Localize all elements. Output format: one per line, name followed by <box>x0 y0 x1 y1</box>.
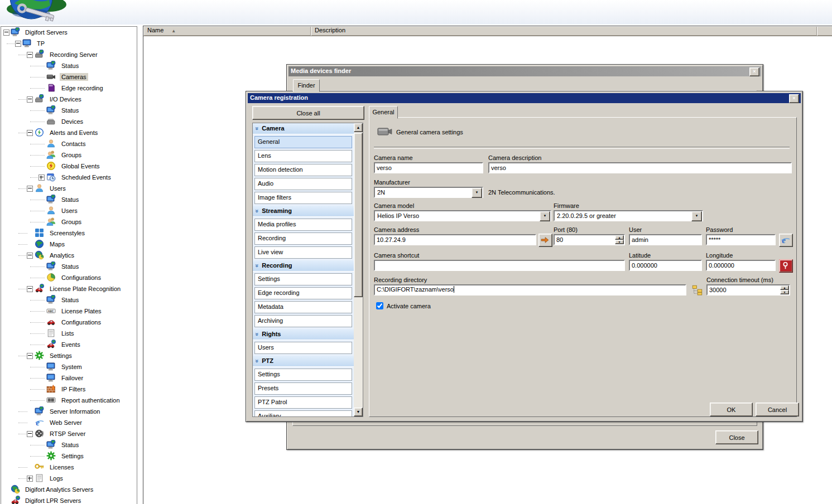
tab-finder[interactable]: Finder <box>293 79 320 92</box>
tree-expand-toggle[interactable] <box>3 30 9 36</box>
close-icon[interactable]: × <box>749 67 759 76</box>
tree-item[interactable]: Contacts <box>1 138 137 149</box>
tree-item[interactable]: Status <box>1 294 137 306</box>
tree-item[interactable]: Configurations <box>1 272 137 283</box>
tree-expand-toggle[interactable] <box>27 353 33 359</box>
settings-nav-item[interactable]: Media profiles <box>254 219 352 231</box>
settings-nav-item[interactable]: Auxiliary <box>254 410 352 416</box>
tree-item[interactable]: Groups <box>1 216 137 227</box>
tree-item[interactable]: Edge recording <box>1 83 137 94</box>
tree-expand-toggle[interactable] <box>27 52 33 58</box>
tree-item[interactable]: Events <box>1 339 137 350</box>
tree-item[interactable]: Digifort Analytics Servers <box>1 484 137 495</box>
camera-description-input[interactable] <box>488 162 792 173</box>
camera-shortcut-input[interactable] <box>374 260 625 271</box>
tree-item[interactable]: Digifort LPR Servers <box>1 495 137 504</box>
browse-directory-button[interactable] <box>692 285 703 295</box>
camera-model-select[interactable]: Helios IP Verso ▼ <box>374 210 551 221</box>
connection-timeout-stepper[interactable]: ▲▼ <box>706 284 790 295</box>
tree-item[interactable]: Scheduled Events <box>1 172 137 183</box>
tree-item[interactable]: Server Information <box>1 406 137 417</box>
longitude-input[interactable] <box>706 260 776 271</box>
tree-item[interactable]: Digifort Servers <box>1 27 137 38</box>
tree-expand-toggle[interactable] <box>15 41 21 47</box>
tree-item[interactable]: System <box>1 361 137 372</box>
tree-item[interactable]: License Plate Recognition <box>1 283 137 294</box>
tree-item[interactable]: TP <box>1 38 137 49</box>
settings-nav-item[interactable]: Streaming <box>253 206 354 217</box>
connection-timeout-input[interactable] <box>708 285 789 294</box>
tree-expand-toggle[interactable] <box>27 96 33 103</box>
settings-nav-item[interactable]: Presets <box>254 382 352 395</box>
tree-item[interactable]: Settings <box>1 350 137 361</box>
settings-nav-item[interactable]: Audio <box>254 178 352 190</box>
manufacturer-select[interactable]: 2N ▼ <box>374 187 483 198</box>
settings-nav-item[interactable]: Users <box>254 342 352 354</box>
recording-directory-input[interactable]: C:\DIGIFORT\zaznam\verso <box>374 284 686 295</box>
tree-expand-toggle[interactable] <box>27 186 33 192</box>
nav-scrollbar[interactable]: ▲ ▼ <box>354 123 363 416</box>
spin-up-icon[interactable]: ▲ <box>780 285 789 290</box>
settings-nav-item[interactable]: Lens <box>254 150 352 162</box>
tree-expand-toggle[interactable] <box>39 175 45 181</box>
port-stepper[interactable]: ▲▼ <box>554 234 625 245</box>
settings-nav-item[interactable]: Settings <box>254 273 352 285</box>
tree-item[interactable]: Groups <box>1 149 137 161</box>
tree-item[interactable]: Screenstyles <box>1 227 137 239</box>
tree-item[interactable]: Users <box>1 183 137 194</box>
settings-nav-item[interactable]: PTZ <box>253 356 354 367</box>
firmware-select[interactable]: 2.20.0.29.5 or greater ▼ <box>554 210 703 221</box>
chevron-down-icon[interactable]: ▼ <box>540 211 550 221</box>
spin-down-icon[interactable]: ▼ <box>615 240 624 244</box>
scrollbar-thumb[interactable] <box>354 133 363 297</box>
tree-item[interactable]: Status <box>1 105 137 116</box>
tree-item[interactable]: Recording Server <box>1 49 137 60</box>
settings-nav-item[interactable]: Recording <box>254 232 352 245</box>
tree-item[interactable]: Configurations <box>1 317 137 328</box>
scroll-up-icon[interactable]: ▲ <box>354 123 363 132</box>
tree-item[interactable]: Settings <box>1 450 137 462</box>
tree-item[interactable]: IP Filters <box>1 384 137 395</box>
column-header[interactable] <box>817 26 832 36</box>
tree-expand-toggle[interactable] <box>27 476 33 482</box>
tree-expand-toggle[interactable] <box>27 431 33 437</box>
camera-address-input[interactable] <box>374 234 536 245</box>
open-web-interface-button[interactable] <box>779 234 793 247</box>
latitude-input[interactable] <box>629 260 702 271</box>
tree-item[interactable]: Cameras <box>1 71 137 83</box>
settings-nav-item[interactable]: Metadata <box>254 301 352 313</box>
spin-up-icon[interactable]: ▲ <box>615 235 624 240</box>
tree-item[interactable]: Status <box>1 261 137 272</box>
scroll-down-icon[interactable]: ▼ <box>354 408 363 416</box>
tree-item[interactable]: Status <box>1 60 137 71</box>
settings-nav-item[interactable]: General <box>254 136 352 148</box>
tree-item[interactable]: Status <box>1 439 137 450</box>
settings-nav-item[interactable]: Camera <box>253 123 354 134</box>
activate-camera-checkbox[interactable] <box>376 302 383 309</box>
tree-expand-toggle[interactable] <box>27 286 33 292</box>
settings-nav-item[interactable]: Motion detection <box>254 164 352 176</box>
camera-dialog-titlebar[interactable]: Camera registration × <box>248 93 801 103</box>
tree-item[interactable]: Status <box>1 194 137 205</box>
settings-nav-item[interactable]: Archiving <box>254 315 352 327</box>
tree-item[interactable]: Alerts and Events <box>1 127 137 138</box>
tab-general[interactable]: General <box>369 106 398 119</box>
tree-item[interactable]: Report authentication <box>1 395 137 406</box>
cancel-button[interactable]: Cancel <box>756 403 799 416</box>
map-location-button[interactable] <box>779 259 793 273</box>
tree-expand-toggle[interactable] <box>27 253 33 259</box>
finder-close-button[interactable]: Close <box>715 430 758 444</box>
tree-item[interactable]: Failover <box>1 372 137 384</box>
tree-item[interactable]: Devices <box>1 116 137 127</box>
finder-titlebar[interactable]: Media devices finder × <box>288 66 761 76</box>
settings-nav-item[interactable]: Live view <box>254 246 352 259</box>
settings-nav-item[interactable]: Image filters <box>254 192 352 204</box>
port-input[interactable] <box>555 235 624 244</box>
settings-nav-item[interactable]: Rights <box>253 329 354 340</box>
password-input[interactable] <box>706 234 776 245</box>
close-icon[interactable]: × <box>789 94 799 103</box>
user-input[interactable] <box>629 234 702 245</box>
ok-button[interactable]: OK <box>710 403 753 416</box>
tree-item[interactable]: Analytics <box>1 250 137 261</box>
column-header[interactable]: Name▲ <box>143 26 311 36</box>
